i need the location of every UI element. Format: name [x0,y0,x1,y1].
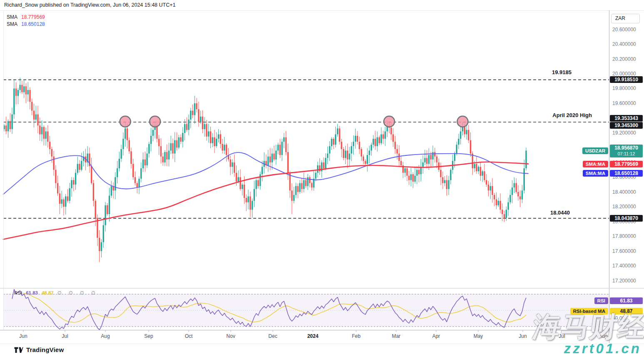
empty-set-icon: ∅ [57,290,65,296]
empty-set-icon: ∅ [91,290,99,296]
sma-legend-row: SMA18.779569 [7,14,45,21]
sma-blue-value: 18.650128 [21,21,45,27]
level-label-19-9185[interactable]: 19.9185 [552,69,572,75]
sma-red-value: 18.779569 [21,14,45,20]
level-label-18-0440[interactable]: 18.0440 [550,210,570,216]
rsi-value: 61.83 [26,290,38,295]
tradingview-brand-text: TradingView [26,346,64,353]
axis-badge-rsi: 61.83 [610,297,643,304]
tradingview-published-chart: Richard_Snow published on TradingView.co… [0,0,644,357]
tradingview-logo[interactable]: TradingView [14,346,64,353]
candles-layer [3,77,527,262]
axis-badge-level: 19.345300 [610,122,643,129]
indicator-pill-sma-red: SMA:MA [583,161,608,167]
sma-blue-line [3,152,528,194]
indicator-pill-rsi: RSI [594,297,608,304]
empty-set-icon: ∅ [80,290,87,296]
axis-badge-sma-red: 18.779569 [610,161,643,167]
chart-canvas[interactable] [0,0,644,357]
indicator-pill-sma-blue: SMA:MA [583,170,608,177]
level-label-april-2020-high[interactable]: April 2020 High [552,112,592,118]
watermark-url: zzrt01.cn [564,341,642,357]
axis-badge-level: 19.353343 [610,115,643,122]
sma-label: SMA [7,21,17,27]
indicator-pill-symbol: USDZAR [582,147,608,154]
countdown-timer: 07:11:12 [610,151,643,157]
axis-badge-symbol: 18.95687007:11:12 [610,145,643,157]
axis-badge-level: 19.918510 [610,76,643,83]
indicator-legend: SMA18.779569 SMA18.650128 [7,14,45,28]
rsi-name: RSI [14,290,22,295]
tradingview-mark-icon [14,347,23,353]
april-high-markers [120,116,468,127]
sma-red-line [3,162,528,240]
empty-set-icon: ∅ [69,290,76,296]
currency-button[interactable]: ZAR [611,14,640,23]
sma-legend-row: SMA18.650128 [7,21,45,28]
axis-badge-sma-blue: 18.650128 [610,170,643,177]
axis-badge-level: 18.043870 [610,215,643,222]
watermark-cjk: 海马财经 [531,309,644,345]
sma-label: SMA [7,14,17,20]
rsi-legend: RSI 61.83 48.87 ∅ ∅ ∅ ∅ [14,290,99,296]
rsi-ma-value: 48.87 [42,290,54,295]
byline: Richard_Snow published on TradingView.co… [4,2,176,8]
